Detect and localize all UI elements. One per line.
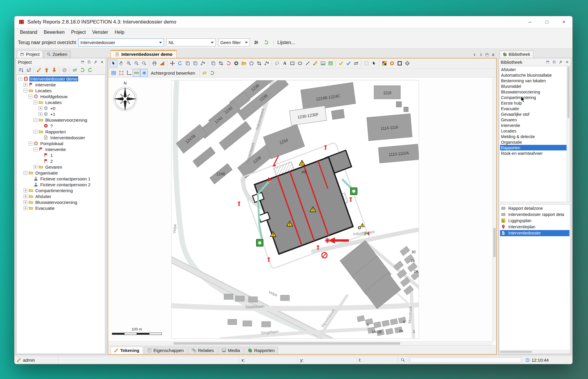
pointer-button[interactable] (370, 60, 378, 67)
library-item[interactable]: Locaties (500, 128, 567, 134)
refresh-button[interactable] (262, 39, 270, 46)
tree-item-afsluiter[interactable]: +Afsluiter (17, 193, 105, 199)
zoom-window-tool[interactable] (140, 60, 148, 67)
library-item[interactable]: Automatische blusinstallatie (500, 72, 567, 78)
goto-button[interactable] (352, 60, 360, 67)
tab-rapporten[interactable]: Rapporten (244, 347, 278, 354)
tree-item-locaties-sub[interactable]: −Locaties (17, 99, 105, 105)
undo-button[interactable] (86, 66, 94, 74)
tree-expander[interactable]: + (39, 112, 42, 116)
float-panel-button[interactable] (545, 59, 550, 65)
lasso-tool[interactable] (273, 60, 281, 67)
library-item[interactable]: Bestemming van lokalen (500, 78, 567, 83)
tree-item-hydrant[interactable]: ? (17, 123, 105, 129)
titlebar[interactable]: Safety Reports 2.8.18.0 INSPECTION 4.3: … (14, 16, 572, 28)
vertical-scrollbar[interactable] (492, 78, 496, 341)
library-detail-item[interactable]: Rapport detailzone (500, 205, 569, 212)
library-item[interactable]: Melding & detectie (500, 134, 567, 139)
tree-item-floor-1[interactable]: ++1 (17, 111, 105, 117)
tab-list-button[interactable] (484, 52, 490, 58)
tree-item-compartimentering[interactable]: +Compartimentering (17, 187, 105, 193)
close-button[interactable]: × (555, 16, 572, 28)
mask-tool[interactable] (232, 60, 240, 67)
open-library-button[interactable] (240, 60, 248, 67)
tree-item-interventie-1[interactable]: 1 (17, 152, 105, 158)
polygon-tool[interactable] (248, 60, 255, 67)
library-item[interactable]: Organisatie (500, 139, 567, 145)
grid-points-button[interactable] (363, 60, 370, 67)
zoom-in-tool[interactable] (125, 60, 133, 67)
send-backward-button[interactable] (191, 60, 199, 67)
tree-expander[interactable]: − (29, 142, 32, 145)
tree-item-bluswatervoorziening-2[interactable]: +Bluswatervoorziening (17, 199, 105, 205)
move-tool[interactable] (168, 60, 176, 67)
tree-expander[interactable]: − (34, 130, 37, 134)
tree-expander[interactable]: + (24, 200, 27, 204)
zoom-out-tool[interactable] (133, 60, 140, 67)
sort-ascending-button[interactable] (17, 66, 25, 74)
scrollbar-thumb[interactable] (493, 228, 496, 257)
library-detail-item[interactable]: Interventieplan (500, 224, 569, 230)
tab-interventiedossier-demo[interactable]: Interventiedossier demo (111, 50, 177, 58)
library-detail-item[interactable]: Interventiedossier (500, 230, 569, 236)
back-to-overview-label[interactable]: Terug naar project overzicht (18, 40, 76, 45)
tree-expander[interactable]: + (24, 206, 27, 210)
project-tree[interactable]: −Interventiedossier demo +Interventie −L… (16, 75, 105, 354)
tree-expander[interactable]: + (24, 189, 27, 192)
link-items-button[interactable] (71, 66, 78, 74)
tab-media[interactable]: Media (218, 347, 243, 354)
tab-relaties[interactable]: Relaties (188, 347, 217, 354)
close-panel-button[interactable] (99, 59, 105, 65)
pin-panel-button[interactable] (558, 59, 563, 65)
tree-item-rapporten[interactable]: −Rapporten (17, 129, 105, 135)
horizontal-scrollbar[interactable] (108, 341, 492, 345)
raster-button[interactable] (380, 60, 388, 67)
line-tool[interactable] (304, 60, 311, 67)
ellipse-tool[interactable] (296, 60, 304, 67)
tree-item-interventiedossier-doc[interactable]: Interventiedossier (17, 135, 105, 140)
tab-close-button[interactable] (490, 52, 496, 58)
grid-toggle-button[interactable] (110, 69, 117, 77)
disable-item-button[interactable] (61, 66, 68, 74)
vertical-scrollbar[interactable] (567, 66, 570, 202)
clip-region-tool[interactable] (255, 60, 263, 67)
library-item[interactable]: Rook-en warmteafvoer (500, 150, 567, 156)
tab-eigenschappen[interactable]: Eigenschappen (144, 347, 187, 354)
panel-splitter[interactable] (499, 202, 571, 204)
horizontal-scrollbar[interactable] (500, 350, 570, 353)
tree-expander[interactable]: − (24, 171, 27, 175)
dock-panel-button[interactable] (551, 59, 557, 65)
menu-project[interactable]: Project (68, 28, 89, 36)
library-item[interactable]: Gevaren (500, 117, 567, 123)
tree-item-locaties[interactable]: −Locaties (17, 88, 105, 93)
tree-expander[interactable]: + (34, 165, 37, 169)
lists-button[interactable]: Lijsten... (277, 40, 295, 45)
library-item[interactable]: Compartimentering (500, 95, 567, 100)
library-list[interactable]: Afsluiter Automatische blusinstallatie B… (499, 66, 570, 202)
refresh-tree-button[interactable] (78, 66, 86, 74)
select-tool[interactable] (110, 60, 117, 67)
georeference-button[interactable] (403, 60, 411, 67)
tab-zoeken[interactable]: Zoeken (44, 51, 71, 58)
tree-item-contactpersoon-2[interactable]: Fictieve contactpersoon 2 (17, 182, 105, 187)
library-item[interactable]: Interventie (500, 123, 567, 128)
tree-item-interventie-2[interactable]: 2 (17, 158, 105, 164)
library-item[interactable]: Gevaarlijke stof (500, 111, 567, 117)
edit-item-button[interactable] (35, 66, 43, 74)
filter-settings-button[interactable] (252, 39, 260, 46)
snap-toggle-button[interactable] (140, 69, 148, 77)
menu-help[interactable]: Help (111, 28, 128, 36)
tree-expander[interactable]: − (24, 89, 27, 93)
library-item[interactable]: Bluswatervoorziening (500, 89, 567, 95)
tab-project[interactable]: Project (17, 51, 43, 58)
tab-scroll-right-button[interactable] (478, 52, 484, 58)
close-panel-button[interactable] (564, 59, 570, 65)
maximize-button[interactable]: □ (538, 16, 555, 28)
bring-forward-button[interactable] (184, 60, 191, 67)
background-sync-button[interactable] (201, 69, 208, 77)
tree-item-hoofdgebouw[interactable]: −Hoofdgebouw (17, 93, 105, 99)
tree-expander[interactable]: + (39, 106, 42, 110)
tree-expander[interactable]: − (29, 95, 32, 98)
grid-extent-button[interactable] (117, 69, 125, 77)
scrollbar-thumb[interactable] (500, 351, 532, 353)
